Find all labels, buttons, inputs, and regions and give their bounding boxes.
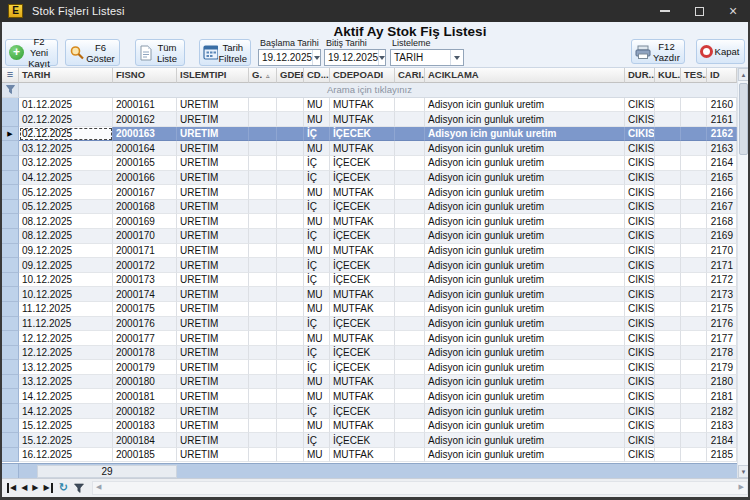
next-record-button[interactable]: ▶ [32,483,38,493]
cell-dur[interactable]: CIKIS [625,287,655,302]
cell-tes[interactable] [681,229,707,244]
cell-kul[interactable] [655,229,681,244]
cell-gdep[interactable] [277,273,304,288]
cell-cdepoadi[interactable]: MUTFAK [330,448,395,463]
cell-cd[interactable]: MU [304,244,330,259]
cell-gdep[interactable] [277,404,304,419]
cell-dur[interactable]: CIKIS [625,346,655,361]
cell-dur[interactable]: CIKIS [625,331,655,346]
cell-kul[interactable] [655,258,681,273]
cell-dur[interactable]: CIKIS [625,214,655,229]
cell-aciklama[interactable]: Adisyon icin gunluk uretim [425,258,625,273]
cell-cari[interactable] [395,346,425,361]
cell-tarih[interactable]: 08.12.2025 [19,214,113,229]
cell-gdep[interactable] [277,156,304,171]
cell-fisno[interactable]: 2000162 [113,112,177,127]
cell-gdep[interactable] [277,331,304,346]
cell-cari[interactable] [395,302,425,317]
cell-aciklama[interactable]: Adisyon icin gunluk uretim [425,404,625,419]
cell-fisno[interactable]: 2000174 [113,287,177,302]
row-selector-cell[interactable] [2,331,19,346]
cell-aciklama[interactable]: Adisyon icin gunluk uretim [425,112,625,127]
cell-cdepoadi[interactable]: İÇECEK [330,360,395,375]
cell-cd[interactable]: İÇ [304,127,330,142]
cell-g[interactable] [249,171,277,186]
cell-g[interactable] [249,244,277,259]
cell-g[interactable] [249,200,277,215]
cell-tes[interactable] [681,419,707,434]
cell-cd[interactable]: İÇ [304,258,330,273]
row-selector-cell[interactable] [2,287,19,302]
cell-aciklama[interactable]: Adisyon icin gunluk uretim [425,331,625,346]
cell-kul[interactable] [655,273,681,288]
cell-g[interactable] [249,433,277,448]
cell-gdep[interactable] [277,287,304,302]
row-selector-cell[interactable] [2,448,19,463]
first-record-button[interactable]: ◀ [7,483,16,493]
cell-cari[interactable] [395,287,425,302]
cell-g[interactable] [249,331,277,346]
cell-g[interactable] [249,448,277,463]
cell-tarih[interactable]: 11.12.2025 [19,317,113,332]
cell-islemtipi[interactable]: URETIM [177,287,249,302]
cell-aciklama[interactable]: Adisyon icin gunluk uretim [425,141,625,156]
cell-tes[interactable] [681,302,707,317]
cell-fisno[interactable]: 2000163 [113,127,177,142]
scroll-left-icon[interactable]: ◀ [96,483,101,491]
cell-fisno[interactable]: 2000171 [113,244,177,259]
cell-g[interactable] [249,302,277,317]
cell-gdep[interactable] [277,448,304,463]
cell-id[interactable]: 2166 [707,185,737,200]
table-row[interactable]: 14.12.20252000181URETIMMUMUTFAKAdisyon i… [2,389,737,404]
cell-aciklama[interactable]: Adisyon icin gunluk uretim [425,98,625,113]
cell-islemtipi[interactable]: URETIM [177,273,249,288]
cell-fisno[interactable]: 2000167 [113,185,177,200]
table-row[interactable]: 11.12.20252000175URETIMMUMUTFAKAdisyon i… [2,302,737,317]
cell-dur[interactable]: CIKIS [625,200,655,215]
cell-tarih[interactable]: 01.12.2025 [19,98,113,113]
cell-id[interactable]: 2170 [707,244,737,259]
cell-tes[interactable] [681,317,707,332]
cell-cd[interactable]: MU [304,331,330,346]
cell-tes[interactable] [681,433,707,448]
row-selector-cell[interactable] [2,200,19,215]
table-row[interactable]: 10.12.20252000174URETIMMUMUTFAKAdisyon i… [2,287,737,302]
cell-g[interactable] [249,375,277,390]
cell-fisno[interactable]: 2000175 [113,302,177,317]
cell-kul[interactable] [655,360,681,375]
table-row[interactable]: 10.12.20252000173URETIMİÇİÇECEKAdisyon i… [2,273,737,288]
cell-kul[interactable] [655,156,681,171]
horizontal-scrollbar[interactable]: ◀ ▶ [92,481,748,495]
cell-cari[interactable] [395,200,425,215]
cell-dur[interactable]: CIKIS [625,389,655,404]
cell-islemtipi[interactable]: URETIM [177,229,249,244]
cell-cd[interactable]: MU [304,98,330,113]
cell-kul[interactable] [655,185,681,200]
cell-kul[interactable] [655,404,681,419]
cell-aciklama[interactable]: Adisyon icin gunluk uretim [425,244,625,259]
cell-cd[interactable]: İÇ [304,404,330,419]
cell-id[interactable]: 2178 [707,346,737,361]
cell-aciklama[interactable]: Adisyon icin gunluk uretim [425,127,625,142]
cell-cdepoadi[interactable]: İÇECEK [330,127,395,142]
cell-cari[interactable] [395,448,425,463]
cell-tarih[interactable]: 12.12.2025 [19,346,113,361]
cell-dur[interactable]: CIKIS [625,229,655,244]
row-selector-cell[interactable] [2,273,19,288]
cell-cari[interactable] [395,214,425,229]
refresh-button[interactable]: ↻ [59,481,68,494]
cell-id[interactable]: 2164 [707,156,737,171]
cell-tes[interactable] [681,112,707,127]
cell-dur[interactable]: CIKIS [625,273,655,288]
cell-dur[interactable]: CIKIS [625,360,655,375]
table-row[interactable]: 15.12.20252000184URETIMİÇİÇECEKAdisyon i… [2,433,737,448]
scroll-right-icon[interactable]: ▶ [739,483,744,491]
cell-islemtipi[interactable]: URETIM [177,200,249,215]
cell-cari[interactable] [395,375,425,390]
cell-gdep[interactable] [277,317,304,332]
cell-dur[interactable]: CIKIS [625,171,655,186]
cell-tes[interactable] [681,171,707,186]
cell-g[interactable] [249,287,277,302]
cell-aciklama[interactable]: Adisyon icin gunluk uretim [425,360,625,375]
cell-cdepoadi[interactable]: İÇECEK [330,258,395,273]
